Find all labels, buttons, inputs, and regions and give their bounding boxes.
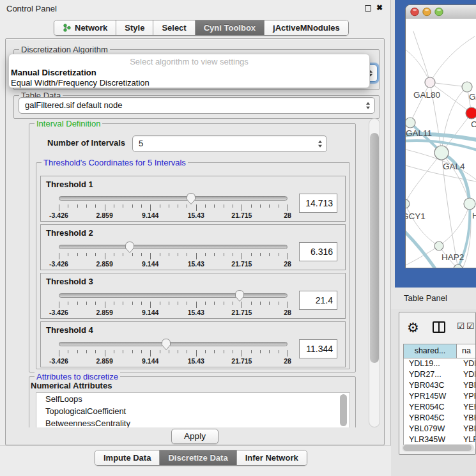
horizontal-scrollbar-thumb[interactable] — [403, 445, 472, 451]
network-node[interactable] — [454, 265, 463, 268]
table-panel: ⚙ ☑ ☑ shared... na YDL19...YDL1YDR27...Y… — [399, 312, 476, 455]
thresholds-group-label: Threshold's Coordinates for 5 Intervals — [42, 158, 188, 167]
minimize-light[interactable] — [423, 8, 431, 15]
attribute-item-topologicalcoefficient[interactable]: TopologicalCoefficient — [36, 405, 349, 417]
table-data-combobox[interactable]: galFiltered.sif default node — [19, 97, 375, 114]
settings-viewport: Interval Definition Number of Intervals … — [10, 118, 367, 427]
table-row[interactable]: YDL19...YDL1 — [404, 358, 476, 369]
network-node-ga[interactable] — [462, 82, 472, 92]
threshold-value-field[interactable]: 14.713 — [299, 194, 337, 213]
cell-name: YBR0 — [457, 380, 476, 391]
float-icon[interactable] — [365, 5, 371, 12]
network-canvas[interactable]: GAL80GACGAL11GAL4GCY1HHAP2 — [406, 19, 476, 268]
network-node-gcy1[interactable] — [406, 199, 410, 208]
network-node-h[interactable] — [464, 198, 475, 210]
tab-impute-data[interactable]: Impute Data — [95, 450, 160, 465]
close-light[interactable] — [411, 8, 418, 15]
tab-label: Style — [125, 20, 144, 35]
discretization-algorithm-label: Discretization Algorithm — [19, 45, 110, 54]
threshold-value-field[interactable]: 11.344 — [299, 339, 337, 358]
slider-thumb[interactable] — [185, 192, 197, 205]
threshold-panel-2: Threshold 2-3.4262.8599.14415.4321.71528… — [40, 224, 346, 270]
network-node-label: C — [471, 119, 476, 129]
cell-name: YBR0 — [457, 413, 476, 424]
tab-discretize-data[interactable]: Discretize Data — [160, 450, 236, 465]
threshold-label: Threshold 2 — [46, 228, 93, 238]
table-row[interactable]: YBR043CYBR0 — [404, 380, 476, 391]
vertical-scrollbar[interactable] — [369, 118, 380, 427]
network-node-c[interactable] — [466, 107, 476, 119]
number-of-intervals-combobox[interactable]: 5 — [132, 135, 327, 152]
tab-cyni-toolbox[interactable]: Cyni Toolbox — [196, 20, 265, 35]
tab-label: Network — [75, 20, 107, 35]
attributes-group-label: Attributes to discretize — [35, 372, 120, 381]
table-panel-titlebar: Table Panel — [391, 288, 476, 309]
network-node-label: HAP2 — [441, 252, 464, 262]
table-row[interactable]: YER054CYER0 — [404, 402, 476, 413]
checkbox-checked-icon[interactable]: ☑ — [457, 321, 465, 331]
cell-shared-name: YDL19... — [404, 358, 457, 369]
network-node-label: GCY1 — [406, 211, 426, 221]
column-view-icon[interactable] — [433, 321, 445, 333]
vertical-scrollbar-thumb[interactable] — [370, 133, 379, 363]
cell-shared-name: YPR145W — [404, 391, 457, 402]
tab-label: Cyni Toolbox — [204, 20, 256, 35]
tab-label: Impute Data — [104, 450, 151, 465]
threshold-value-field[interactable]: 6.316 — [299, 242, 337, 261]
tab-label: Discretize Data — [168, 450, 227, 465]
combo-stepper-icon — [318, 141, 322, 148]
slider-thumb[interactable] — [124, 241, 135, 254]
table-row[interactable]: YBR045CYBR0 — [404, 413, 476, 424]
network-node-gal11[interactable] — [406, 118, 415, 128]
threshold-label: Threshold 4 — [46, 325, 93, 335]
network-node-label: GAL4 — [443, 162, 465, 171]
interval-definition-group: Interval Definition Number of Intervals … — [29, 123, 356, 372]
column-header-shared-name[interactable]: shared... — [403, 344, 457, 358]
tab-network[interactable]: Network — [54, 20, 116, 35]
bottom-tab-bar: Impute DataDiscretize DataInfer Network — [95, 450, 307, 466]
cell-shared-name: YBL079W — [404, 424, 457, 434]
slider-track[interactable] — [59, 245, 288, 249]
thresholds-group: Threshold's Coordinates for 5 Intervals … — [36, 162, 350, 369]
top-tab-bar: NetworkStyleSelectCyni ToolboxjActiveMNo… — [54, 20, 349, 36]
control-panel-titlebar: Control Panel ✖ — [0, 0, 391, 17]
network-node-hap2[interactable] — [434, 242, 443, 250]
threshold-value-field[interactable]: 21.4 — [299, 291, 337, 310]
gear-icon[interactable]: ⚙ — [407, 319, 419, 337]
apply-button[interactable]: Apply — [171, 429, 219, 444]
slider-track[interactable] — [59, 196, 288, 201]
zoom-light[interactable] — [435, 8, 443, 15]
close-icon[interactable]: ✖ — [376, 3, 383, 12]
right-region: GAL80GACGAL11GAL4GCY1HHAP2 Table Panel ⚙… — [391, 0, 476, 476]
attribute-item-betweennesscentrality[interactable]: BetweennessCentrality — [36, 417, 349, 427]
slider-track[interactable] — [59, 342, 288, 346]
cell-name: YDR2 — [457, 369, 476, 380]
horizontal-scrollbar[interactable] — [402, 444, 474, 452]
slider-thumb[interactable] — [234, 289, 245, 302]
threshold-panel-1: Threshold 1-3.4262.8599.14415.4321.71528… — [40, 176, 346, 222]
tab-infer-network[interactable]: Infer Network — [237, 450, 307, 465]
tab-jactivemnodules[interactable]: jActiveMNodules — [265, 20, 348, 35]
algorithm-option-manual-discretization[interactable]: Manual Discretization — [11, 68, 96, 77]
slider-thumb[interactable] — [160, 338, 172, 351]
checkbox-checked-icon[interactable]: ☑ — [466, 321, 475, 331]
network-node-gal4[interactable] — [434, 146, 449, 160]
traffic-lights — [406, 5, 450, 19]
algorithm-option-equal-width-frequency-discretization[interactable]: Equal Width/Frequency Discretization — [11, 78, 150, 88]
table-row[interactable]: YBL079WYBL0 — [404, 424, 476, 434]
table-row[interactable]: YPR145WYPR1 — [404, 391, 476, 402]
network-window-titlebar[interactable] — [406, 5, 476, 19]
combo-stepper-icon — [366, 102, 370, 109]
network-node-label: GA — [469, 92, 476, 102]
attributes-scrollbar[interactable] — [340, 394, 348, 427]
algorithm-popup-hint: Select algorithm to view settings — [9, 57, 369, 66]
network-node-gal80[interactable] — [425, 77, 435, 88]
column-header-name[interactable]: na — [456, 344, 476, 358]
table-row[interactable]: YDR27...YDR2 — [404, 369, 476, 380]
tab-style[interactable]: Style — [116, 20, 153, 35]
numerical-attributes-list[interactable]: SelfLoopsTopologicalCoefficientBetweenne… — [36, 392, 350, 427]
tab-select[interactable]: Select — [153, 20, 195, 35]
network-view-window[interactable]: GAL80GACGAL11GAL4GCY1HHAP2 — [405, 4, 476, 268]
attribute-item-selfloops[interactable]: SelfLoops — [36, 393, 349, 405]
slider-track[interactable] — [59, 293, 288, 298]
